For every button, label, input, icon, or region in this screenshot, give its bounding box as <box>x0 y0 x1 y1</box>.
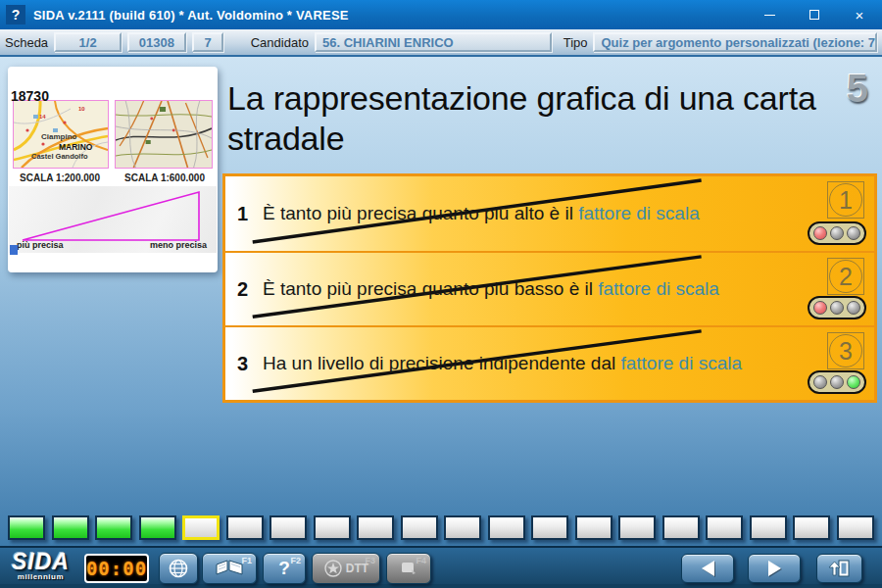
map-scale-200000-image: 14 10 Ciampino MARINO Castel Gandolfo <box>13 100 109 169</box>
scheda-label: Scheda <box>5 35 48 50</box>
answer-badge-number: 2 <box>829 260 862 293</box>
titlebar-help-icon[interactable]: ? <box>6 5 25 24</box>
sida-millennium-logo: SIDA millennium <box>12 552 70 581</box>
progress-button-empty[interactable] <box>575 515 612 540</box>
progress-button-answered[interactable] <box>95 515 132 540</box>
progress-button-empty[interactable] <box>226 515 264 540</box>
gray-light-icon <box>830 226 844 240</box>
quiz-timer: 00:00 <box>84 554 149 583</box>
answer-text-main: Ha un livello di precisione indipendente… <box>263 353 620 373</box>
progress-button-empty[interactable] <box>618 515 656 540</box>
red-light-icon <box>813 226 827 240</box>
progress-button-empty[interactable] <box>706 515 743 540</box>
progress-button-answered[interactable] <box>139 515 176 540</box>
gray-light-icon <box>830 375 844 389</box>
quiz-type-field: Quiz per argomento personalizzati (lezio… <box>593 32 877 52</box>
bottom-toolbar: SIDA millennium 00:00 F1 F <box>0 546 882 588</box>
answer-row-2[interactable]: 2 È tanto più precisa quanto più basso è… <box>225 251 874 325</box>
progress-button-answered[interactable] <box>52 515 89 540</box>
triangle-right-label: meno precisa <box>150 240 207 250</box>
next-question-button[interactable] <box>748 554 801 583</box>
precision-triangle-diagram: più precisa meno precisa <box>9 186 217 253</box>
minimize-button[interactable] <box>747 0 792 29</box>
traffic-lights-indicator <box>808 221 866 245</box>
figure-corner-icon <box>10 245 18 255</box>
globe-button[interactable] <box>159 553 198 584</box>
progress-button-answered[interactable] <box>8 515 45 540</box>
gray-light-icon <box>813 375 827 389</box>
lesson-number-field: 7 <box>192 32 224 52</box>
progress-button-empty[interactable] <box>531 515 568 540</box>
f3-key-label: F3 <box>365 556 375 565</box>
window-title: SIDA v.2111 (build 610) * Aut. Voldomino… <box>33 8 349 23</box>
traffic-lights-indicator <box>808 296 866 319</box>
help-button[interactable]: F2 ? <box>263 553 306 584</box>
close-button[interactable]: × <box>837 0 882 29</box>
f4-key-label: F4 <box>416 556 426 565</box>
progress-button-empty[interactable] <box>444 515 481 540</box>
question-figure-panel[interactable]: 18730 14 10 Ci <box>8 67 218 272</box>
map-left-caption: SCALA 1:200.000 <box>8 172 112 183</box>
quiz-code-field: 01308 <box>127 32 186 52</box>
answer-keyword-link[interactable]: fattore di scala <box>578 203 700 223</box>
answer-index-badge: 3 <box>827 332 864 369</box>
map-town-label: Castel Gandolfo <box>31 152 88 161</box>
progress-button-empty[interactable] <box>401 515 438 540</box>
triangle-left-label: più precisa <box>17 240 64 250</box>
exit-door-icon <box>828 559 852 578</box>
previous-question-button[interactable] <box>681 554 734 583</box>
progress-button-empty[interactable] <box>750 515 787 540</box>
progress-button-empty[interactable] <box>662 515 700 540</box>
gray-light-icon <box>847 301 860 315</box>
progress-button-empty[interactable] <box>837 515 874 540</box>
sida-application-window: ? SIDA v.2111 (build 610) * Aut. Voldomi… <box>0 0 882 588</box>
ministry-emblem-icon <box>323 559 343 578</box>
answer-row-1[interactable]: 1 È tanto più precisa quanto più alto è … <box>225 176 874 251</box>
progress-button-empty[interactable] <box>488 515 525 540</box>
globe-icon <box>168 558 189 579</box>
progress-button-current[interactable] <box>182 515 220 540</box>
candidato-label: Candidato <box>251 35 309 50</box>
map-roads-graphic <box>116 101 212 168</box>
exit-button[interactable] <box>816 554 862 583</box>
scheda-value-field: 1/2 <box>54 32 122 52</box>
tipo-label: Tipo <box>564 35 588 50</box>
f2-key-label: F2 <box>290 556 301 565</box>
question-mark-icon: ? <box>278 558 290 579</box>
map-right-caption: SCALA 1:600.000 <box>112 172 218 183</box>
progress-strip <box>8 515 874 542</box>
answer-index-badge: 1 <box>827 181 864 219</box>
candidate-name-field: 56. CHIARINI ENRICO <box>315 32 552 52</box>
answer-text-main: È tanto più precisa quanto più alto è il <box>263 203 578 223</box>
svg-text:14: 14 <box>39 114 46 120</box>
gray-light-icon <box>830 301 844 315</box>
progress-button-empty[interactable] <box>793 515 830 540</box>
answers-container: 1 È tanto più precisa quanto più alto è … <box>222 173 877 403</box>
progress-button-empty[interactable] <box>314 515 351 540</box>
answer-row-3[interactable]: 3 Ha un livello di precisione indipenden… <box>225 325 874 400</box>
progress-button-empty[interactable] <box>270 515 307 540</box>
answer-text-main: È tanto più precisa quanto più basso è i… <box>263 278 598 299</box>
map-town-label: Ciampino <box>41 132 76 141</box>
logo-text: SIDA <box>12 552 70 572</box>
answer-keyword-link[interactable]: fattore di scala <box>620 353 742 373</box>
f1-key-label: F1 <box>241 556 252 565</box>
progress-button-empty[interactable] <box>357 515 394 540</box>
arrow-right-icon <box>768 561 781 576</box>
answer-text: È tanto più precisa quanto più basso è i… <box>263 278 719 300</box>
gray-light-icon <box>847 226 860 240</box>
map-town-label: MARINO <box>59 142 92 152</box>
minimize-icon <box>764 15 775 16</box>
figure-number: 18730 <box>11 88 49 104</box>
open-book-icon <box>215 559 244 578</box>
answer-number: 2 <box>237 278 263 301</box>
answer-number: 3 <box>237 353 263 375</box>
maximize-button[interactable] <box>792 0 837 29</box>
arrow-left-icon <box>702 561 714 576</box>
svg-text:10: 10 <box>78 106 85 112</box>
answer-badge-number: 3 <box>829 334 862 368</box>
quiz-info-bar: Scheda 1/2 01308 7 Candidato 56. CHIARIN… <box>0 29 882 57</box>
answer-keyword-link[interactable]: fattore di scala <box>598 278 719 299</box>
certificate-icon <box>400 560 417 577</box>
manual-button[interactable]: F1 <box>202 553 257 584</box>
